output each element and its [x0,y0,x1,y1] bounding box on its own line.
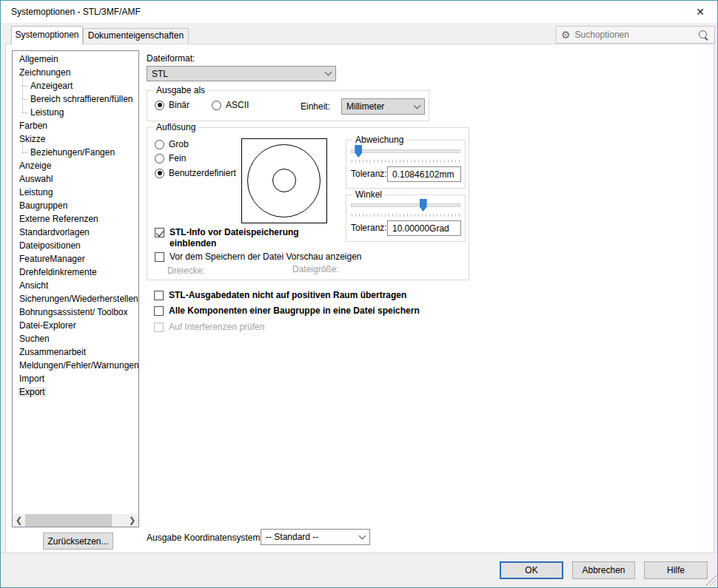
checkbox-icon[interactable] [155,252,164,262]
tree-item-externe-referenzen[interactable]: Externe Referenzen [13,212,138,226]
checkbox-checked-icon[interactable] [155,228,164,237]
tree-item-auswahl[interactable]: Auswahl [13,172,138,186]
preview-inner-circle [272,169,296,192]
tree-item-beziehungen-fangen[interactable]: Beziehungen/Fangen [13,146,138,159]
tree-item-leistung[interactable]: Leistung [13,186,138,199]
no-translate-checkbox[interactable]: STL-Ausgabedaten nicht auf positiven Rau… [154,290,406,301]
tree-item-export[interactable]: Export [13,385,138,399]
coarse-radio[interactable]: Grob [155,139,189,149]
coord-system-label: Ausgabe Koordinatensystem: [147,533,263,543]
tab-page: Allgemein Zeichnungen Anzeigeart Bereich… [5,44,714,553]
unit-label: Einheit: [301,101,330,112]
angle-ticks [352,214,460,217]
custom-radio[interactable]: Benutzerdefiniert [155,168,236,178]
scrollbar-thumb[interactable] [25,514,112,527]
preview-before-save-checkbox[interactable]: Vor dem Speichern der Datei Vorschau anz… [155,251,362,263]
fine-radio[interactable]: Fein [155,153,186,163]
output-as-title: Ausgabe als [153,85,208,95]
slider-track[interactable] [351,203,460,207]
search-icon[interactable] [699,30,708,40]
stl-info-checkbox[interactable]: STL-Info vor Dateispeicherung einblenden [155,227,325,249]
checkbox-disabled-icon [154,322,164,332]
tree-item-import[interactable]: Import [13,372,138,385]
unit-dropdown[interactable]: Millimeter [341,98,425,115]
tab-systemoptionen[interactable]: Systemoptionen [11,26,83,44]
tree-item-leistung-zeichnungen[interactable]: Leistung [13,106,138,119]
gear-icon[interactable]: ⚙ [561,30,571,40]
scroll-left-icon[interactable]: ❮ [13,514,25,527]
window-title: Systemoptionen - STL/3MF/AMF [11,7,141,17]
slider-track[interactable] [351,149,460,153]
angle-tolerance-label: Toleranz: [351,223,387,233]
tree-item-bohrungsassistent[interactable]: Bohrungsassistent/ Toolbox [13,305,138,319]
system-options-dialog: Systemoptionen - STL/3MF/AMF ✕ Systemopt… [0,0,718,588]
resolution-group: Auflösung Grob Fein Benutzerdefiniert Ab… [147,127,469,280]
deviation-ticks [352,160,460,163]
radio-ascii-icon[interactable] [212,101,221,110]
reset-button[interactable]: Zurücksetzen... [43,533,113,550]
tree-horizontal-scrollbar[interactable]: ❮ ❯ [13,514,138,527]
triangles-label: Dreiecke: [167,266,205,276]
tree-item-farben[interactable]: Farben [13,119,138,132]
checkbox-icon[interactable] [154,306,164,316]
deviation-group: Abweichung Toleranz: 0.10846102mm [346,140,466,189]
tree-item-sicherungen[interactable]: Sicherungen/Wiederherstellen [13,292,138,305]
radio-coarse-icon[interactable] [155,140,164,149]
tree-item-standardvorlagen[interactable]: Standardvorlagen [13,226,138,239]
cancel-button[interactable]: Abbrechen [572,561,635,579]
file-format-value: STL [152,69,168,79]
tree-item-anzeige[interactable]: Anzeige [13,159,138,172]
radio-custom-icon[interactable] [155,169,164,178]
resolution-title: Auflösung [153,122,198,132]
tree-item-featuremanager[interactable]: FeatureManager [13,252,138,266]
options-tree: Allgemein Zeichnungen Anzeigeart Bereich… [12,50,139,527]
help-button[interactable]: Hilfe [644,561,708,579]
tree-item-datei-explorer[interactable]: Datei-Explorer [13,319,138,332]
tree-item-anzeigeart[interactable]: Anzeigeart [13,79,138,92]
deviation-slider[interactable] [351,143,460,158]
slider-thumb[interactable] [355,145,362,158]
tree-item-skizze[interactable]: Skizze [13,132,138,146]
output-as-group: Ausgabe als Binär ASCII Einheit: Millime… [147,90,429,121]
angle-slider[interactable] [351,197,460,212]
resize-grip[interactable] [705,575,716,586]
chevron-down-icon [325,69,332,76]
dialog-footer: OK Abbrechen Hilfe [1,552,717,587]
ascii-radio[interactable]: ASCII [212,100,249,110]
ok-button[interactable]: OK [500,561,563,579]
coord-system-value: -- Standard -- [266,532,318,542]
deviation-tolerance-input[interactable]: 0.10846102mm [387,166,461,182]
tree-item-zeichnungen[interactable]: Zeichnungen [13,66,138,79]
slider-thumb[interactable] [420,199,427,212]
unit-value: Millimeter [346,101,384,112]
tree-item-meldungen[interactable]: Meldungen/Fehler/Warnungen [13,359,138,372]
radio-binary-icon[interactable] [155,101,164,110]
tree-item-drehfeldinkremente[interactable]: Drehfeldinkremente [13,266,138,279]
angle-group: Winkel Toleranz: 10.00000Grad [346,195,466,242]
interference-checkbox: Auf Interferenzen prüfen [154,322,264,333]
filesize-label: Dateigröße: [292,264,339,274]
search-input[interactable]: ⚙ Suchoptionen [556,26,715,44]
tree-item-bereich-schraffieren[interactable]: Bereich schraffieren/füllen [13,92,138,106]
coord-system-dropdown[interactable]: -- Standard -- [261,529,370,545]
tree-item-allgemein[interactable]: Allgemein [13,53,138,66]
tree-item-ansicht[interactable]: Ansicht [13,279,138,292]
chevron-down-icon [414,101,421,109]
chevron-down-icon [359,532,366,539]
radio-fine-icon[interactable] [155,154,164,163]
deviation-tolerance-label: Toleranz: [351,169,387,179]
file-format-label: Dateiformat: [147,53,195,64]
binary-radio[interactable]: Binär [155,100,189,110]
angle-tolerance-input[interactable]: 10.00000Grad [387,220,461,236]
checkbox-icon[interactable] [154,291,164,300]
titlebar: Systemoptionen - STL/3MF/AMF ✕ [1,1,717,23]
tree-item-baugruppen[interactable]: Baugruppen [13,199,138,212]
tree-item-zusammenarbeit[interactable]: Zusammenarbeit [13,345,138,359]
close-icon[interactable]: ✕ [691,4,710,19]
single-file-checkbox[interactable]: Alle Komponenten einer Baugruppe in eine… [154,305,420,317]
tab-dokumenteigenschaften[interactable]: Dokumenteigenschaften [83,28,189,44]
tree-item-suchen[interactable]: Suchen [13,332,138,345]
scroll-right-icon[interactable]: ❯ [126,514,138,527]
tree-item-dateipositionen[interactable]: Dateipositionen [13,239,138,252]
file-format-dropdown[interactable]: STL [147,66,336,81]
